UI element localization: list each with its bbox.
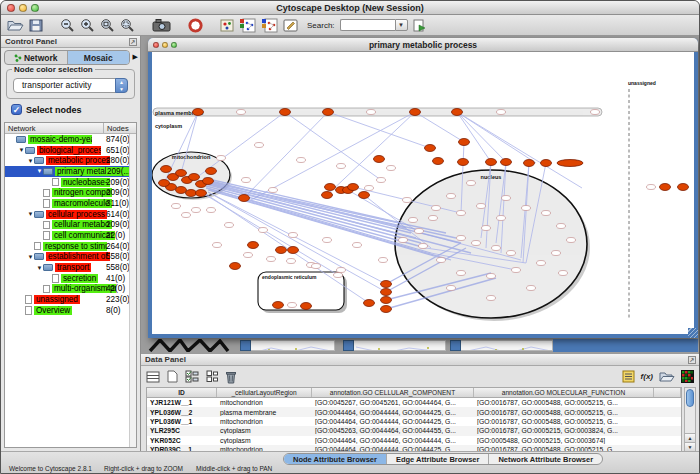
network-node-selected[interactable] <box>288 247 299 254</box>
expand-icon[interactable]: ▼ <box>27 254 34 260</box>
network-node-unselected[interactable] <box>297 158 306 163</box>
search-input[interactable] <box>340 19 395 31</box>
network-node-unselected[interactable] <box>522 206 531 211</box>
network-node-unselected[interactable] <box>244 253 253 258</box>
network-node-unselected[interactable] <box>409 218 418 223</box>
network-node-selected[interactable] <box>501 159 512 166</box>
scrollbar-thumb[interactable] <box>686 389 694 407</box>
network-node-unselected[interactable] <box>399 238 408 243</box>
tab-network[interactable]: Network <box>5 51 67 64</box>
minimize-icon[interactable] <box>19 4 27 12</box>
network-node-unselected[interactable] <box>512 268 521 273</box>
network-node-unselected[interactable] <box>527 286 536 291</box>
zoom-in-icon[interactable] <box>80 16 95 34</box>
network-node-unselected[interactable] <box>472 241 481 246</box>
network-node-unselected[interactable] <box>225 223 234 228</box>
tree-row[interactable]: multi-organism pro42(0) <box>5 284 136 295</box>
network-node-selected[interactable] <box>359 192 370 199</box>
select-attributes-icon[interactable] <box>185 368 199 386</box>
network-node-unselected[interactable] <box>647 185 656 190</box>
tree-row[interactable]: ▼cellular process614(0) <box>5 209 136 220</box>
network-node-unselected[interactable] <box>559 271 568 276</box>
tree-row[interactable]: ▼transport558(0) <box>5 262 136 273</box>
search-go-icon[interactable] <box>413 16 426 34</box>
network-node-unselected[interactable] <box>267 257 276 262</box>
network-node-unselected[interactable] <box>269 188 278 193</box>
network-node-unselected[interactable] <box>259 228 268 233</box>
network-node-unselected[interactable] <box>367 110 376 115</box>
new-attribute-icon[interactable] <box>167 368 178 386</box>
network-node-selected[interactable] <box>325 184 336 191</box>
network-node-unselected[interactable] <box>217 156 226 161</box>
network-canvas[interactable]: plasma membranecytoplasmmitochondrionnuc… <box>152 52 694 334</box>
network-node-unselected[interactable] <box>255 143 264 148</box>
network-node-selected[interactable] <box>196 190 207 197</box>
network-node-unselected[interactable] <box>497 110 506 115</box>
network-node-selected[interactable] <box>557 160 583 167</box>
table-row[interactable]: YPL036W__2plasma membrane[GO:0044464, GO… <box>147 407 681 416</box>
tree-row[interactable]: response to stimulu264(0) <box>5 241 136 252</box>
window-titlebar[interactable]: Cytoscape Desktop (New Session) <box>1 1 699 15</box>
background-window-icon[interactable] <box>240 340 251 351</box>
network-node-unselected[interactable] <box>487 274 496 279</box>
network-node-selected[interactable] <box>322 192 333 199</box>
tree-row[interactable]: ▼primary metabo209(... <box>5 166 136 177</box>
network-node-selected[interactable] <box>524 160 535 167</box>
network-node-unselected[interactable] <box>353 243 362 248</box>
network-node-unselected[interactable] <box>467 181 476 186</box>
network-node-selected[interactable] <box>248 242 259 249</box>
matrix-view-icon[interactable] <box>681 368 694 386</box>
net-zoom-icon[interactable] <box>171 42 177 48</box>
network-node-unselected[interactable] <box>207 208 216 213</box>
zoom-selected-icon[interactable] <box>120 16 135 34</box>
network-node-unselected[interactable] <box>289 233 298 238</box>
import-table-icon[interactable] <box>261 16 278 34</box>
network-node-unselected[interactable] <box>419 244 428 249</box>
unselect-attributes-icon[interactable] <box>206 368 218 386</box>
tree-row[interactable]: macromolecule311(0) <box>5 198 136 209</box>
network-node-unselected[interactable] <box>337 268 346 273</box>
tree-row[interactable]: cell communicat22(0) <box>5 230 136 241</box>
network-node-unselected[interactable] <box>457 236 466 241</box>
network-node-unselected[interactable] <box>182 213 191 218</box>
network-node-selected[interactable] <box>486 159 497 166</box>
network-node-selected[interactable] <box>239 195 250 202</box>
network-node-unselected[interactable] <box>432 206 441 211</box>
network-node-selected[interactable] <box>348 184 359 191</box>
network-node-unselected[interactable] <box>403 198 412 203</box>
table-row[interactable]: YKR052Ccytoplasm[GO:0044464, GO:0044446,… <box>147 436 681 445</box>
help-icon[interactable] <box>188 16 203 34</box>
network-node-unselected[interactable] <box>334 273 343 278</box>
annotation-icon[interactable] <box>283 16 298 34</box>
tree-col-network[interactable]: Network <box>5 123 104 133</box>
network-node-unselected[interactable] <box>237 110 246 115</box>
zoom-fit-icon[interactable] <box>100 16 115 34</box>
network-node-unselected[interactable] <box>591 110 600 115</box>
network-node-selected[interactable] <box>381 281 392 288</box>
network-node-selected[interactable] <box>176 187 187 194</box>
network-node-unselected[interactable] <box>415 229 424 234</box>
vizmapper-icon[interactable] <box>220 16 234 34</box>
network-node-unselected[interactable] <box>492 246 501 251</box>
network-node-selected[interactable] <box>433 158 444 165</box>
network-node-selected[interactable] <box>203 178 214 185</box>
network-node-unselected[interactable] <box>323 238 332 243</box>
expand-icon[interactable]: ▼ <box>36 168 43 174</box>
network-node-selected[interactable] <box>176 170 187 177</box>
net-minimize-icon[interactable] <box>162 42 168 48</box>
network-node-selected[interactable] <box>273 302 284 309</box>
network-node-unselected[interactable] <box>447 286 456 291</box>
network-node-unselected[interactable] <box>567 238 576 243</box>
network-node-selected[interactable] <box>374 156 385 163</box>
tab-mosaic[interactable]: Mosaic <box>67 51 130 64</box>
float-panel-icon[interactable]: ↗ <box>129 38 137 46</box>
zoom-out-icon[interactable] <box>60 16 75 34</box>
tree-row[interactable]: nitrogen compo209(0) <box>5 187 136 198</box>
network-node-unselected[interactable] <box>552 251 561 256</box>
network-node-selected[interactable] <box>276 247 287 254</box>
table-scrollbar[interactable]: ▲ ▼ <box>684 387 696 452</box>
background-window-preview[interactable] <box>461 340 553 351</box>
network-node-unselected[interactable] <box>457 271 466 276</box>
tree-row[interactable]: mosaic-demo-yeast874(0) <box>5 134 136 145</box>
network-node-unselected[interactable] <box>429 216 438 221</box>
